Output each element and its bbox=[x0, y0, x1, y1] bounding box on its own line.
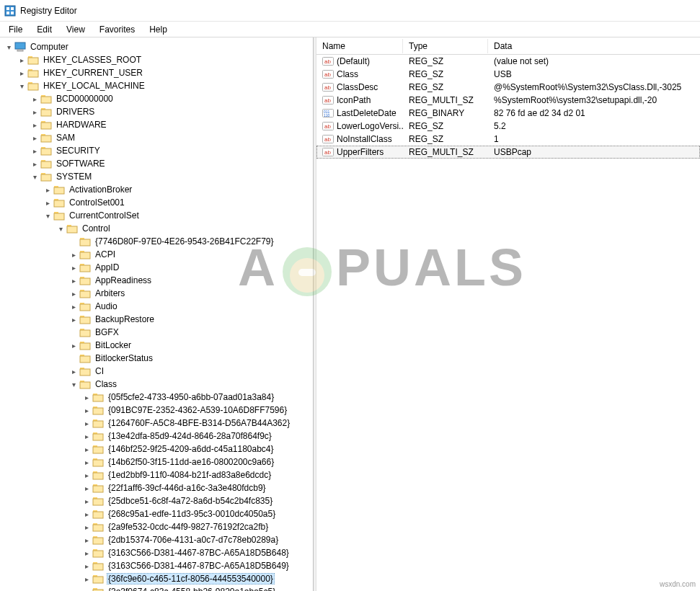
chevron-down-icon[interactable]: ▾ bbox=[17, 81, 26, 90]
chevron-right-icon[interactable]: ▸ bbox=[82, 497, 91, 505]
tree-bgfx[interactable]: ▸BGFX bbox=[69, 326, 313, 339]
chevron-right-icon[interactable]: ▸ bbox=[82, 419, 91, 427]
chevron-right-icon[interactable]: ▸ bbox=[82, 484, 91, 492]
tree-controlset001[interactable]: ▸ControlSet001 bbox=[43, 196, 313, 209]
tree-class-guid[interactable]: ▸{3e3f0674-c83c-4558-bb26-9820e1eba5c5} bbox=[82, 585, 313, 591]
chevron-right-icon[interactable]: ▸ bbox=[82, 458, 91, 466]
list-pane[interactable]: Name Type Data ab(Default)REG_SZ(value n… bbox=[316, 37, 700, 591]
chevron-right-icon[interactable]: ▸ bbox=[82, 471, 91, 479]
chevron-right-icon[interactable]: ▸ bbox=[30, 133, 39, 142]
tree-class-guid[interactable]: ▸{091BC97E-2352-4362-A539-10A6D8FF7596} bbox=[82, 404, 313, 417]
menu-help[interactable]: Help bbox=[142, 23, 174, 36]
chevron-right-icon[interactable]: ▸ bbox=[82, 548, 91, 557]
tree-appreadiness[interactable]: ▸AppReadiness bbox=[69, 274, 313, 287]
chevron-down-icon[interactable]: ▾ bbox=[4, 43, 13, 51]
chevron-right-icon[interactable]: ▸ bbox=[82, 406, 91, 414]
registry-value-row[interactable]: 011110LastDeleteDateREG_BINARY82 76 fd a… bbox=[316, 107, 700, 120]
chevron-right-icon[interactable]: ▸ bbox=[69, 263, 78, 272]
chevron-right-icon[interactable]: ▸ bbox=[17, 68, 26, 77]
chevron-right-icon[interactable]: ▸ bbox=[69, 367, 78, 376]
tree-security[interactable]: ▸SECURITY bbox=[30, 144, 313, 157]
chevron-right-icon[interactable]: ▸ bbox=[30, 107, 39, 116]
tree-drivers[interactable]: ▸DRIVERS bbox=[30, 105, 313, 118]
menu-edit[interactable]: Edit bbox=[30, 23, 59, 36]
registry-value-row[interactable]: abLowerLogoVersi...REG_SZ5.2 bbox=[316, 120, 700, 133]
chevron-right-icon[interactable]: ▸ bbox=[82, 523, 91, 531]
tree-bitlocker[interactable]: ▸BitLocker bbox=[69, 339, 313, 352]
tree-system[interactable]: ▾SYSTEM bbox=[30, 170, 313, 183]
menu-file[interactable]: File bbox=[1, 23, 30, 36]
tree-class-guid[interactable]: ▸{22f1aff6-39cf-446d-a16c-3a3e480fdcb9} bbox=[82, 481, 313, 494]
tree-bitlockerstatus[interactable]: ▸BitlockerStatus bbox=[69, 352, 313, 365]
tree-class-guid[interactable]: ▸{36fc9e60-c465-11cf-8056-444553540000} bbox=[82, 572, 313, 585]
chevron-right-icon[interactable]: ▸ bbox=[69, 302, 78, 311]
registry-value-row[interactable]: abIconPathREG_MULTI_SZ%SystemRoot%\syste… bbox=[316, 94, 700, 107]
tree-acpi[interactable]: ▸ACPI bbox=[69, 248, 313, 261]
tree-appid[interactable]: ▸AppID bbox=[69, 261, 313, 274]
tree-class-guid[interactable]: ▸{3163C566-D381-4467-87BC-A65A18D5B649} bbox=[82, 559, 313, 572]
chevron-right-icon[interactable]: ▸ bbox=[82, 574, 91, 583]
tree-backuprestore[interactable]: ▸BackupRestore bbox=[69, 313, 313, 326]
menu-view[interactable]: View bbox=[59, 23, 92, 36]
chevron-right-icon[interactable]: ▸ bbox=[69, 250, 78, 259]
chevron-right-icon[interactable]: ▸ bbox=[82, 536, 91, 544]
chevron-down-icon[interactable]: ▾ bbox=[56, 224, 65, 233]
chevron-right-icon[interactable]: ▸ bbox=[30, 159, 39, 168]
header-name[interactable]: Name bbox=[316, 39, 403, 53]
tree-hardware[interactable]: ▸HARDWARE bbox=[30, 118, 313, 131]
chevron-right-icon[interactable]: ▸ bbox=[69, 315, 78, 324]
chevron-right-icon[interactable]: ▸ bbox=[82, 393, 91, 401]
chevron-right-icon[interactable]: ▸ bbox=[43, 185, 52, 194]
chevron-down-icon[interactable]: ▾ bbox=[30, 172, 39, 181]
chevron-down-icon[interactable]: ▾ bbox=[69, 380, 78, 388]
tree-currentcontrolset[interactable]: ▾CurrentControlSet bbox=[43, 209, 313, 222]
chevron-right-icon[interactable]: ▸ bbox=[17, 55, 26, 64]
tree-control-guid[interactable]: ▸{7746D80F-97E0-4E26-9543-26B41FC22F79} bbox=[69, 235, 313, 248]
tree-class-guid[interactable]: ▸{2a9fe532-0cdc-44f9-9827-76192f2ca2fb} bbox=[82, 520, 313, 533]
tree-class-guid[interactable]: ▸{25dbce51-6c8f-4a72-8a6d-b54c2b4fc835} bbox=[82, 494, 313, 507]
registry-value-row[interactable]: ab(Default)REG_SZ(value not set) bbox=[316, 55, 700, 68]
tree-control[interactable]: ▾Control bbox=[56, 222, 313, 235]
registry-value-row[interactable]: abClassDescREG_SZ@%SystemRoot%\System32\… bbox=[316, 81, 700, 94]
chevron-right-icon[interactable]: ▸ bbox=[69, 289, 78, 298]
tree-class-guid[interactable]: ▸{14b62f50-3f15-11dd-ae16-0800200c9a66} bbox=[82, 456, 313, 468]
header-data[interactable]: Data bbox=[488, 39, 700, 53]
tree-class-guid[interactable]: ▸{268c95a1-edfe-11d3-95c3-0010dc4050a5} bbox=[82, 507, 313, 520]
registry-value-row[interactable]: abNoInstallClassREG_SZ1 bbox=[316, 133, 700, 146]
tree-class-guid[interactable]: ▸{2db15374-706e-4131-a0c7-d7c78eb0289a} bbox=[82, 533, 313, 546]
tree-class-guid[interactable]: ▸{1264760F-A5C8-4BFE-B314-D56A7B44A362} bbox=[82, 417, 313, 430]
tree-hkcr[interactable]: ▸ HKEY_CLASSES_ROOT bbox=[17, 53, 313, 66]
chevron-down-icon[interactable]: ▾ bbox=[43, 211, 52, 220]
tree-class-guid[interactable]: ▸{146bf252-9f25-4209-a6dd-c45a1180abc4} bbox=[82, 443, 313, 456]
chevron-right-icon[interactable]: ▸ bbox=[69, 276, 78, 285]
chevron-right-icon[interactable]: ▸ bbox=[30, 94, 39, 103]
chevron-right-icon[interactable]: ▸ bbox=[82, 510, 91, 518]
chevron-right-icon[interactable]: ▸ bbox=[43, 198, 52, 207]
tree-root-computer[interactable]: ▾ Computer bbox=[4, 40, 313, 53]
tree-software[interactable]: ▸SOFTWARE bbox=[30, 157, 313, 170]
tree-class[interactable]: ▾Class bbox=[69, 378, 313, 391]
registry-value-row[interactable]: abUpperFiltersREG_MULTI_SZUSBPcap bbox=[316, 146, 700, 159]
chevron-right-icon[interactable]: ▸ bbox=[69, 341, 78, 350]
tree-sam[interactable]: ▸SAM bbox=[30, 131, 313, 144]
tree-class-guid[interactable]: ▸{1ed2bbf9-11f0-4084-b21f-ad83a8e6dcdc} bbox=[82, 468, 313, 481]
tree-class-guid[interactable]: ▸{3163C566-D381-4467-87BC-A65A18D5B648} bbox=[82, 546, 313, 559]
chevron-right-icon[interactable]: ▸ bbox=[82, 432, 91, 440]
tree-hkcu[interactable]: ▸ HKEY_CURRENT_USER bbox=[17, 66, 313, 79]
chevron-right-icon[interactable]: ▸ bbox=[82, 561, 91, 570]
tree-hklm[interactable]: ▾ HKEY_LOCAL_MACHINE bbox=[17, 79, 313, 92]
tree-pane[interactable]: ▾ Computer ▸ HKEY_CLASSES_ROOT ▸ HKEY_CU… bbox=[0, 37, 314, 591]
tree-class-guid[interactable]: ▸{05f5cfe2-4733-4950-a6bb-07aad01a3a84} bbox=[82, 391, 313, 404]
tree-ci[interactable]: ▸CI bbox=[69, 365, 313, 378]
tree-bcd[interactable]: ▸BCD00000000 bbox=[30, 92, 313, 105]
tree-arbiters[interactable]: ▸Arbiters bbox=[69, 287, 313, 300]
tree-audio[interactable]: ▸Audio bbox=[69, 300, 313, 313]
tree-activationbroker[interactable]: ▸ActivationBroker bbox=[43, 183, 313, 196]
menu-favorites[interactable]: Favorites bbox=[92, 23, 142, 36]
chevron-right-icon[interactable]: ▸ bbox=[30, 120, 39, 129]
header-type[interactable]: Type bbox=[403, 39, 488, 53]
registry-value-row[interactable]: abClassREG_SZUSB bbox=[316, 68, 700, 81]
chevron-right-icon[interactable]: ▸ bbox=[30, 146, 39, 155]
chevron-right-icon[interactable]: ▸ bbox=[82, 445, 91, 453]
chevron-right-icon[interactable]: ▸ bbox=[82, 587, 91, 591]
